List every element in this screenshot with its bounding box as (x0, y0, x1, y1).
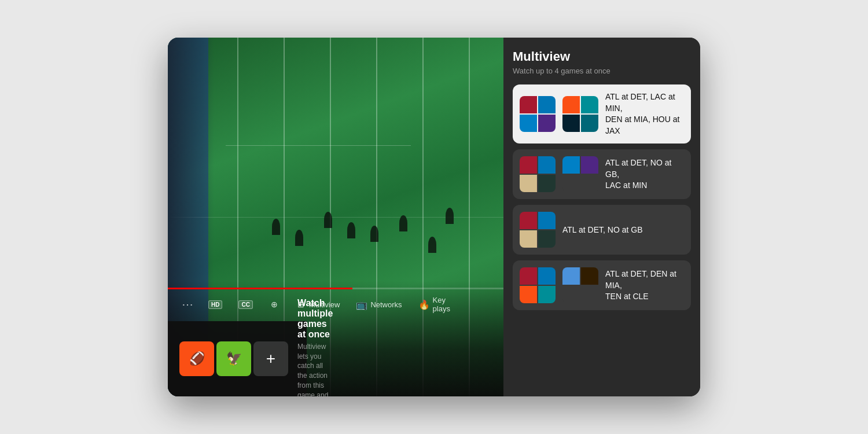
multi-game-panel: 🏈 🦅 + Watch multiple games at once Multi… (168, 321, 307, 396)
team-icon-atl-4 (520, 267, 537, 285)
team-icon-min (538, 115, 556, 132)
game-option-4-title: ATL at DET, DEN at MIA,TEN at CLE (605, 269, 684, 303)
team-icon-min-2 (581, 156, 598, 174)
team-icons-grid-4 (520, 267, 556, 303)
video-area: ⋯ HD CC ⊕ ⊞ Multiview 📺 Networks 🔥 Key p… (168, 38, 503, 396)
add-button[interactable]: ⊕ (266, 297, 283, 312)
team-icons-grid-3 (520, 212, 556, 248)
team-icon-ten (562, 267, 580, 285)
player-silhouette (370, 226, 378, 242)
team-thumb-denver: 🏈 (179, 341, 214, 376)
team-icon-gb (538, 175, 556, 192)
hd-button[interactable]: HD (205, 298, 226, 311)
team-thumbnails: 🏈 🦅 + (179, 341, 288, 376)
team-icon-no (520, 175, 537, 192)
multi-game-description: Multiview lets you catch all the action … (297, 342, 333, 396)
add-icon: ⊕ (269, 299, 279, 310)
team-icon-det-4 (538, 267, 556, 285)
player-silhouette (272, 219, 280, 235)
team-icons-grid-2b (562, 156, 598, 192)
game-option-1-title: ATL at DET, LAC at MIN,DEN at MIA, HOU a… (605, 91, 684, 137)
game-option-1[interactable]: ATL at DET, LAC at MIN,DEN at MIA, HOU a… (513, 84, 691, 144)
team-icons-grid-1b (562, 96, 598, 132)
player-silhouette (324, 212, 332, 228)
team-icon-den (562, 96, 580, 113)
team-icon-cle (581, 267, 598, 285)
team-icons-grid-2 (520, 156, 556, 192)
cc-button[interactable]: CC (235, 298, 256, 311)
team-icons-grid-1 (520, 96, 556, 132)
team-icon-mia (581, 96, 598, 113)
team-icon-det (538, 96, 556, 113)
progress-bar-fill (168, 288, 352, 289)
field-line (226, 145, 411, 146)
team-icon-no-3 (520, 230, 537, 248)
flame-icon: 🔥 (418, 299, 430, 310)
game-option-4[interactable]: ATL at DET, DEN at MIA,TEN at CLE (513, 260, 691, 310)
key-plays-button[interactable]: 🔥 Key plays (415, 293, 454, 315)
game-option-3[interactable]: ATL at DET, NO at GB (513, 205, 691, 255)
multi-game-text: Watch multiple games at once Multiview l… (297, 298, 333, 396)
tv-icon: 📺 (356, 299, 367, 310)
player-silhouette (399, 215, 407, 231)
team-icon-det-3 (538, 212, 556, 229)
device-frame: ⋯ HD CC ⊕ ⊞ Multiview 📺 Networks 🔥 Key p… (168, 38, 700, 396)
player-silhouette (295, 230, 303, 246)
team-icon-atl (520, 96, 537, 113)
team-icon-empty3 (562, 286, 580, 303)
team-thumb-seattle: 🦅 (216, 341, 251, 376)
game-option-3-title: ATL at DET, NO at GB (562, 225, 642, 236)
team-icon-empty2 (581, 175, 598, 192)
team-icon-empty4 (581, 286, 598, 303)
team-icon-atl-2 (520, 156, 537, 174)
player-silhouette (347, 222, 355, 238)
networks-button[interactable]: 📺 Networks (352, 297, 405, 312)
multiview-panel: Multiview Watch up to 4 games at once AT… (503, 38, 700, 396)
game-option-2[interactable]: ATL at DET, NO at GB,LAC at MIN (513, 149, 691, 199)
team-icon-jax (581, 115, 598, 132)
team-icon-gb-3 (538, 230, 556, 248)
team-icon-hou (562, 115, 580, 132)
panel-subtitle: Watch up to 4 games at once (513, 67, 691, 75)
team-icons-grid-4b (562, 267, 598, 303)
team-icon-den-4 (520, 286, 537, 303)
controls-bar: ⋯ HD CC ⊕ ⊞ Multiview 📺 Networks 🔥 Key p… (179, 293, 307, 315)
progress-bar-container[interactable] (168, 288, 503, 289)
networks-label: Networks (370, 300, 402, 309)
team-icon-empty (562, 175, 580, 192)
player-silhouette (428, 237, 436, 253)
team-icon-det-2 (538, 156, 556, 174)
team-icon-lac-2 (562, 156, 580, 174)
game-option-2-title: ATL at DET, NO at GB,LAC at MIN (605, 157, 684, 192)
panel-title: Multiview (513, 49, 691, 64)
hd-badge: HD (208, 300, 222, 309)
multi-game-title: Watch multiple games at once (297, 298, 333, 340)
add-game-button[interactable]: + (253, 341, 288, 376)
more-options-button[interactable]: ⋯ (179, 295, 196, 314)
cc-badge: CC (238, 300, 252, 309)
player-silhouette (446, 208, 454, 224)
team-icon-mia-4 (538, 286, 556, 303)
team-icon-atl-3 (520, 212, 537, 229)
key-plays-label: Key plays (433, 296, 450, 313)
team-icon-lac (520, 115, 537, 132)
